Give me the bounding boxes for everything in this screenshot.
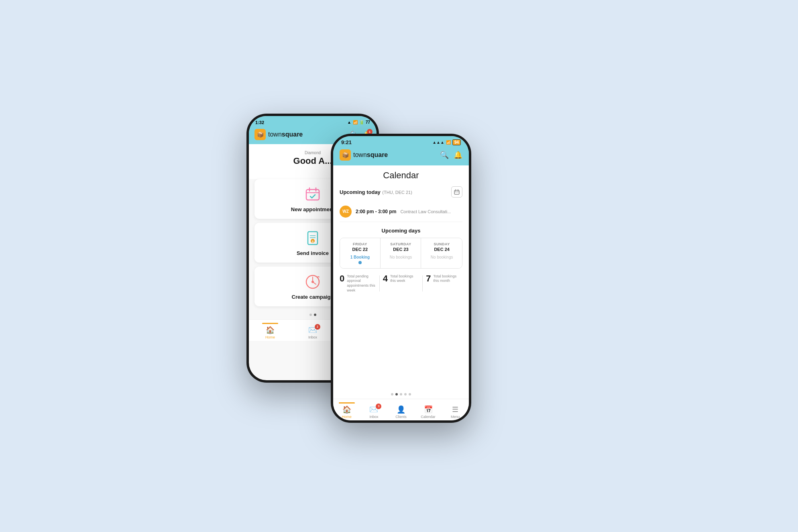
- nav-inbox[interactable]: ✉️ 2 Inbox: [291, 323, 334, 339]
- calendar-nav-button[interactable]: [451, 186, 462, 198]
- inbox-label: Inbox: [308, 335, 317, 339]
- stat-divider-1: [379, 275, 380, 291]
- saturday-bookings: No bookings: [384, 255, 418, 259]
- friday-date: DEC 22: [343, 247, 377, 252]
- home-active-bar: [262, 323, 278, 324]
- upcoming-today-label: Upcoming today: [340, 189, 381, 195]
- front-app-header: 📦 townsquare 🔍 🔔: [333, 147, 469, 165]
- day-friday[interactable]: FRIDAY DEC 22 1 Booking: [340, 238, 381, 268]
- dot-2: [314, 314, 316, 316]
- days-grid: FRIDAY DEC 22 1 Booking SATURDAY DEC 23 …: [340, 238, 462, 269]
- appointment-row[interactable]: WZ 2:00 pm - 3:00 pm Contract Law Consul…: [340, 202, 462, 222]
- front-bell-icon[interactable]: 🔔: [454, 151, 462, 159]
- front-signal-icon: ▲▲▲: [432, 140, 444, 145]
- inbox-badge: 2: [315, 324, 320, 330]
- front-logo-icon: 📦: [340, 149, 351, 161]
- front-calendar-label: Calendar: [421, 415, 436, 419]
- front-status-icons: ▲▲▲ 📶 94: [432, 139, 461, 145]
- front-nav-menu[interactable]: ☰ Menu: [442, 402, 469, 419]
- create-campaign-icon: [304, 273, 322, 291]
- upcoming-days-label: Upcoming days: [340, 228, 462, 234]
- phone-front-screen: 9:21 ▲▲▲ 📶 94 📦 townsquare 🔍 🔔: [333, 136, 469, 420]
- back-logo-text: townsquare: [268, 131, 303, 138]
- front-search-icon[interactable]: 🔍: [440, 151, 449, 159]
- front-nav-inbox[interactable]: ✉️ 3 Inbox: [360, 402, 388, 419]
- saturday-date: DEC 23: [384, 247, 418, 252]
- front-battery-box: 94: [452, 139, 461, 145]
- stat-bookings-week: 4 Total bookings this week: [383, 274, 419, 283]
- send-invoice-icon: $: [304, 229, 322, 247]
- svg-rect-11: [454, 190, 459, 194]
- back-logo: 📦 townsquare: [254, 129, 303, 140]
- home-icon: 🏠: [266, 326, 275, 334]
- appointment-details: 2:00 pm - 3:00 pm: [356, 209, 396, 214]
- sunday-name: SUNDAY: [425, 242, 459, 246]
- front-inbox-icon: ✉️ 3: [369, 405, 378, 414]
- dot-1: [309, 314, 312, 316]
- front-inbox-label: Inbox: [369, 415, 378, 419]
- create-campaign-label: Create campaign: [292, 294, 334, 300]
- new-appointment-icon: [304, 185, 322, 203]
- phone-front: 9:21 ▲▲▲ 📶 94 📦 townsquare 🔍 🔔: [331, 134, 471, 423]
- front-nav-calendar[interactable]: 📅 Calendar: [415, 402, 442, 419]
- battery-icon: 🔋: [359, 120, 364, 124]
- home-label: Home: [265, 335, 275, 339]
- day-saturday[interactable]: SATURDAY DEC 23 No bookings: [381, 238, 421, 268]
- front-wifi-icon: 📶: [446, 140, 451, 145]
- appointment-name: Contract Law Consultati...: [400, 209, 462, 214]
- wifi-icon: 📶: [353, 120, 358, 124]
- sunday-bookings: No bookings: [425, 255, 459, 259]
- sunday-date: DEC 24: [425, 247, 459, 252]
- front-menu-label: Menu: [451, 415, 460, 419]
- back-status-icons: ▲ 📶 🔋 77: [347, 120, 370, 125]
- inbox-icon: ✉️ 2: [308, 326, 317, 334]
- front-status-bar: 9:21 ▲▲▲ 📶 94: [333, 136, 469, 147]
- appointment-avatar: WZ: [340, 206, 352, 218]
- svg-rect-0: [306, 190, 319, 200]
- back-status-bar: 1:32 ▲ 📶 🔋 77: [249, 116, 377, 127]
- signal-icon: ▲: [347, 120, 351, 124]
- front-page-dots: [333, 390, 469, 399]
- stat-pending-label: Total pending approval appointments this…: [347, 274, 376, 293]
- today-date: THU, DEC 21: [384, 190, 411, 195]
- stat-pending-number: 0: [340, 274, 344, 283]
- stat-bookings-week-number: 4: [383, 274, 388, 283]
- svg-point-10: [311, 281, 314, 283]
- front-clients-label: Clients: [395, 415, 407, 419]
- scene: 1:32 ▲ 📶 🔋 77 📦 townsquare 🔍: [246, 102, 552, 431]
- front-nav-clients[interactable]: 👤 Clients: [387, 402, 415, 419]
- front-dot-5: [409, 393, 411, 395]
- svg-text:$: $: [312, 239, 314, 243]
- battery-text: 77: [366, 120, 370, 124]
- front-bottom-nav: 🏠 Home ✉️ 3 Inbox 👤 Clients: [333, 399, 469, 420]
- front-menu-icon: ☰: [452, 405, 458, 414]
- saturday-name: SATURDAY: [384, 242, 418, 246]
- front-header-icons: 🔍 🔔: [440, 151, 462, 159]
- day-sunday[interactable]: SUNDAY DEC 24 No bookings: [421, 238, 462, 268]
- front-dot-4: [404, 393, 407, 395]
- front-home-active-bar: [339, 402, 355, 404]
- stat-bookings-month-label: Total bookings this month: [434, 274, 462, 283]
- upcoming-today-header: Upcoming today (THU, DEC 21): [340, 186, 462, 198]
- calendar-title: Calendar: [340, 170, 462, 181]
- front-time: 9:21: [341, 139, 352, 145]
- upcoming-today-label-group: Upcoming today (THU, DEC 21): [340, 188, 412, 196]
- stat-pending: 0 Total pending approval appointments th…: [340, 274, 376, 293]
- stat-divider-2: [422, 275, 423, 291]
- front-home-label: Home: [342, 415, 352, 419]
- front-inbox-badge: 3: [376, 404, 381, 409]
- front-dot-2: [395, 393, 398, 395]
- front-logo-text: townsquare: [353, 151, 388, 159]
- send-invoice-label: Send invoice: [297, 250, 329, 256]
- upcoming-days-section: Upcoming days FRIDAY DEC 22 1 Booking SA…: [340, 228, 462, 269]
- friday-dot: [358, 261, 362, 264]
- stat-bookings-month-number: 7: [426, 274, 431, 283]
- nav-home[interactable]: 🏠 Home: [249, 323, 291, 339]
- stat-bookings-month: 7 Total bookings this month: [426, 274, 462, 283]
- new-appointment-label: New appointment: [291, 206, 334, 212]
- appointment-time: 2:00 pm - 3:00 pm: [356, 209, 396, 214]
- front-calendar-icon: 📅: [424, 405, 433, 414]
- front-dot-3: [400, 393, 402, 395]
- friday-bookings: 1 Booking: [343, 255, 377, 259]
- front-nav-home[interactable]: 🏠 Home: [333, 402, 360, 419]
